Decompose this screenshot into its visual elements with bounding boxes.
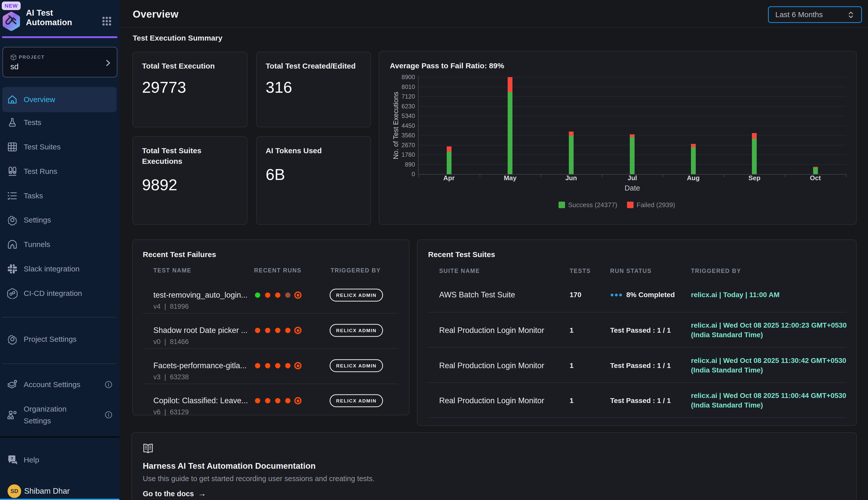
svg-text:?: ? bbox=[11, 456, 13, 461]
